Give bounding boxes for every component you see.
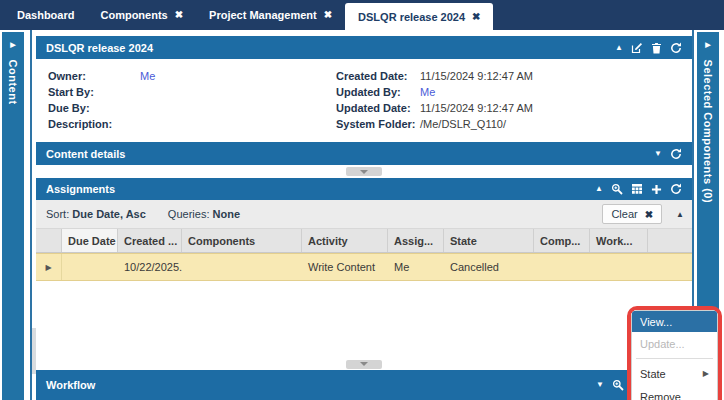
tab-dashboard[interactable]: Dashboard	[4, 0, 87, 30]
column-header-state[interactable]: State	[444, 229, 534, 252]
tab-components[interactable]: Components ✖	[87, 0, 196, 30]
horizontal-splitter-handle[interactable]	[346, 167, 382, 176]
assignments-title: Assignments	[46, 183, 115, 195]
horizontal-splitter-handle[interactable]	[346, 360, 382, 369]
collapse-filter-icon[interactable]: ▲	[676, 210, 684, 219]
row-expander-icon[interactable]: ▶	[36, 254, 62, 280]
cell-completed	[534, 254, 590, 280]
workspace: ▶ Content ▶ Selected Components (0) DSLQ…	[0, 30, 724, 400]
splitter-row	[36, 165, 692, 178]
detail-row-updated-by: Updated By: Me	[336, 84, 533, 100]
collapse-icon[interactable]: ▲	[595, 185, 603, 193]
menu-separator	[636, 358, 713, 359]
project-panel-header: DSLQR release 2024 ▲	[36, 36, 692, 59]
tab-project-management[interactable]: Project Management ✖	[196, 0, 345, 30]
tab-label: Project Management	[209, 9, 317, 21]
sidebar-selected-components-label: ▶ Selected Components (0)	[702, 32, 714, 203]
assignment-row-selected[interactable]: ▶ 10/22/2025... Write Content Me Cancell…	[36, 253, 692, 281]
assignments-header[interactable]: Assignments ▲	[36, 178, 692, 200]
details-left-column: Owner: Me Start By: Due By: Description:	[48, 68, 155, 132]
detail-row-owner: Owner: Me	[48, 68, 155, 84]
grid-view-icon[interactable]	[631, 183, 643, 195]
column-header-completed[interactable]: Comp...	[534, 229, 590, 252]
detail-row-updated-date: Updated Date: 11/15/2024 9:12:47 AM	[336, 100, 533, 116]
workflow-header[interactable]: Workflow ▼	[36, 370, 692, 400]
detail-row-created-date: Created Date: 11/15/2024 9:12:47 AM	[336, 68, 533, 84]
cell-assigned: Me	[388, 254, 444, 280]
column-header-due-date[interactable]: Due Date	[62, 229, 118, 252]
sort-summary: Sort: Due Date, Asc	[46, 208, 146, 220]
column-header-filler	[648, 229, 692, 252]
cell-due-date	[62, 254, 118, 280]
tab-dslqr-release-2024[interactable]: DSLQR release 2024 ✖	[345, 3, 493, 30]
project-title: DSLQR release 2024	[46, 42, 153, 54]
menu-item-update: Update...	[632, 332, 717, 355]
refresh-icon[interactable]	[670, 148, 682, 160]
refresh-icon[interactable]	[670, 183, 682, 195]
close-icon[interactable]: ✖	[175, 10, 183, 20]
sidebar-content-collapsed[interactable]: ▶ Content	[2, 32, 24, 400]
assignments-table-body	[36, 281, 692, 358]
cell-state: Cancelled	[444, 254, 534, 280]
tab-label: Dashboard	[17, 9, 74, 21]
cell-created: 10/22/2025...	[118, 254, 182, 280]
detail-row-due-by: Due By:	[48, 100, 155, 116]
menu-item-remove[interactable]: Remove	[632, 385, 717, 400]
sidebar-content-label: ▶ Content	[7, 32, 19, 105]
updated-by-link[interactable]: Me	[420, 84, 435, 100]
expand-icon[interactable]: ▼	[596, 381, 604, 389]
queries-summary: Queries: None	[168, 208, 240, 220]
search-icon[interactable]	[611, 183, 623, 195]
sort-queries-bar: Sort: Due Date, Asc Queries: None Clear …	[36, 200, 692, 229]
edit-icon[interactable]	[631, 42, 643, 54]
tab-label: DSLQR release 2024	[358, 11, 465, 23]
cell-filler	[648, 254, 692, 280]
column-header-expander	[36, 229, 62, 252]
context-menu: View... Update... State ▶ Remove Initiat…	[631, 310, 718, 400]
queries-value: None	[213, 208, 241, 220]
tab-bar: Dashboard Components ✖ Project Managemen…	[0, 0, 724, 30]
column-header-created[interactable]: Created ...	[118, 229, 182, 252]
assignments-table-header: Due Date Created ... Components Activity…	[36, 229, 692, 253]
tab-label: Components	[100, 9, 167, 21]
menu-item-state[interactable]: State ▶	[632, 362, 717, 385]
clear-button[interactable]: Clear ✖	[602, 204, 662, 224]
column-header-assigned[interactable]: Assig...	[388, 229, 444, 252]
column-header-components[interactable]: Components	[182, 229, 302, 252]
detail-row-start-by: Start By:	[48, 84, 155, 100]
delete-icon[interactable]	[651, 42, 662, 54]
add-icon[interactable]	[651, 184, 662, 195]
close-icon[interactable]: ✖	[472, 12, 480, 22]
collapse-icon[interactable]: ▲	[615, 44, 623, 52]
content-details-title: Content details	[46, 148, 125, 160]
owner-link[interactable]: Me	[140, 68, 155, 84]
content-details-header[interactable]: Content details ▼	[36, 142, 692, 165]
detail-row-description: Description:	[48, 116, 155, 132]
column-header-workflow[interactable]: Work...	[590, 229, 648, 252]
splitter-row	[36, 358, 692, 370]
details-right-column: Created Date: 11/15/2024 9:12:47 AM Upda…	[336, 68, 533, 132]
detail-row-system-folder: System Folder: /Me/DSLR_Q110/	[336, 116, 533, 132]
refresh-icon[interactable]	[670, 42, 682, 54]
sort-value: Due Date, Asc	[72, 208, 146, 220]
project-details: Owner: Me Start By: Due By: Description:	[36, 59, 692, 139]
submenu-arrow-icon: ▶	[703, 369, 709, 378]
expand-icon: ▶	[9, 41, 17, 49]
cell-activity: Write Content	[302, 254, 388, 280]
main-panel: DSLQR release 2024 ▲ Owner: Me Start By:	[36, 36, 692, 400]
cell-components	[182, 254, 302, 280]
annotation-highlight-red-box: View... Update... State ▶ Remove Initiat…	[627, 306, 722, 400]
workflow-title: Workflow	[46, 379, 95, 391]
column-header-activity[interactable]: Activity	[302, 229, 388, 252]
close-icon: ✖	[645, 209, 653, 220]
expand-icon: ▶	[704, 41, 712, 49]
cell-workflow	[590, 254, 648, 280]
close-icon[interactable]: ✖	[324, 10, 332, 20]
search-icon[interactable]	[612, 379, 624, 391]
expand-icon[interactable]: ▼	[654, 150, 662, 158]
menu-item-view[interactable]: View...	[632, 311, 717, 332]
